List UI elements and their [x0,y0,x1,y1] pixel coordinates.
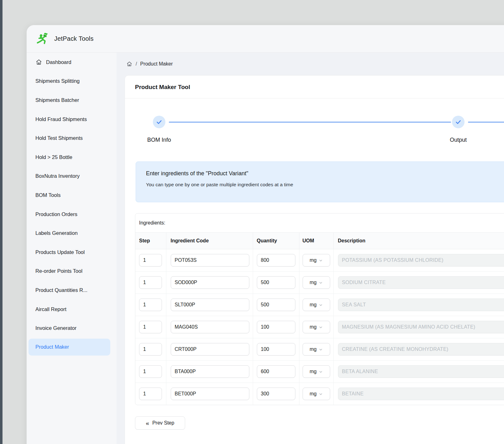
sidebar-item-boxnutra-inventory[interactable]: BoxNutra Inventory [27,167,117,186]
sidebar-item-hold-fraud-shipments[interactable]: Hold Fraud Shipments [27,110,117,129]
uom-select[interactable]: mg [303,343,330,356]
uom-select[interactable]: mg [303,321,330,333]
sidebar-item-shipments-batcher[interactable]: Shipments Batcher [27,91,117,110]
step-input[interactable] [139,321,162,333]
uom-select[interactable]: mg [303,299,330,311]
card-title-row: Product Maker Tool [125,76,504,98]
step-output-circle[interactable] [452,116,465,128]
uom-value: mg [309,346,316,352]
jetpack-logo-icon [35,32,50,46]
sidebar-item-hold-test-shipments[interactable]: Hold Test Shipments [27,129,117,148]
screen-edge-strip [0,0,3,444]
breadcrumb-separator: / [136,61,137,67]
quantity-input[interactable] [257,254,295,267]
uom-value: mg [309,324,316,330]
step-input[interactable] [139,299,162,311]
breadcrumb: / Product Maker [126,60,504,68]
description-input [338,254,504,267]
sidebar-item-label: Product Maker [35,344,69,350]
ingredient-code-input[interactable] [171,388,249,400]
ingredients-label: Ingredients: [135,214,504,232]
uom-select[interactable]: mg [303,388,330,400]
stepper-connector-line [169,122,451,123]
ingredient-code-input[interactable] [171,254,249,267]
description-input [338,276,504,289]
quantity-input[interactable] [257,343,295,356]
info-banner-title: Enter ingredients of the "Product Varian… [146,170,504,177]
chevron-down-icon [319,281,323,285]
screenshot-stage: JetPack Tools Dashboard [0,0,504,444]
sidebar-item-aircall-report[interactable]: Aircall Report [27,300,117,319]
info-banner: Enter ingredients of the "Product Varian… [136,161,504,202]
step-input[interactable] [139,365,162,378]
column-header-uom: UOM [299,233,333,249]
description-input [338,299,504,311]
breadcrumb-current: Product Maker [140,61,173,67]
uom-select[interactable]: mg [303,365,330,378]
app-title: JetPack Tools [54,35,94,42]
sidebar-item-label: Shipments Splitting [35,78,80,84]
sidebar-item-label: BOM Tools [35,192,60,198]
sidebar-item-bom-tools[interactable]: BOM Tools [27,186,117,205]
quantity-input[interactable] [257,388,295,400]
uom-select[interactable]: mg [303,276,330,289]
sidebar-item-hold-25-bottle[interactable]: Hold > 25 Bottle [27,148,117,167]
sidebar-item-label: Labels Generation [35,230,78,236]
uom-value: mg [309,391,316,397]
sidebar-item-production-orders[interactable]: Production Orders [27,205,117,224]
quantity-input[interactable] [257,365,295,378]
step-input[interactable] [139,254,162,267]
breadcrumb-home-icon[interactable] [126,61,132,67]
ingredient-code-input[interactable] [171,299,249,311]
chevron-down-icon [319,392,323,396]
sidebar-item-product-maker[interactable]: Product Maker [29,339,110,356]
sidebar-item-label: Aircall Report [35,306,66,312]
sidebar-item-label: Re-order Points Tool [35,268,82,274]
column-header-quantity: Quantity [253,233,299,249]
sidebar-item-invoice-generator[interactable]: Invoice Generator [27,319,117,338]
prev-step-button[interactable]: « Prev Step [135,416,185,430]
sidebar-item-label: BoxNutra Inventory [35,173,80,179]
sidebar-nav: Dashboard Shipments Splitting [27,53,117,444]
description-input [338,388,504,400]
table-row: mg [135,361,504,383]
sidebar-item-label: Hold Fraud Shipments [35,116,87,122]
sidebar-item-products-update-tool[interactable]: Products Update Tool [27,243,117,262]
uom-select[interactable]: mg [303,254,330,267]
sidebar-item-labels-generation[interactable]: Labels Generation [27,224,117,243]
ingredients-section: Ingredients: StepIngredient CodeQuantity… [135,213,504,405]
step-input[interactable] [139,276,162,289]
check-icon [156,119,163,125]
product-maker-card: Product Maker Tool [125,75,504,444]
stepper: BOM Info Output [125,105,504,149]
chevron-down-icon [319,303,323,307]
prev-step-label: Prev Step [152,420,174,426]
step-input[interactable] [139,343,162,356]
ingredient-code-input[interactable] [171,343,249,356]
description-input [338,343,504,356]
column-header-step: Step [135,233,166,249]
sidebar-item-label: Hold Test Shipments [35,135,83,141]
ingredient-code-input[interactable] [171,276,249,289]
step-label-output: Output [450,137,467,143]
step-label-bom-info: BOM Info [147,137,171,143]
sidebar-item-dashboard[interactable]: Dashboard [27,53,117,72]
chevron-down-icon [319,258,323,263]
ingredient-code-input[interactable] [171,321,249,333]
sidebar-item-re-order-points-tool[interactable]: Re-order Points Tool [27,262,117,281]
sidebar-item-label: Shipments Batcher [35,97,79,103]
sidebar-item-product-quantities-r[interactable]: Product Quantities R... [27,281,117,300]
chevron-down-icon [319,370,323,374]
quantity-input[interactable] [257,276,295,289]
ingredient-code-input[interactable] [171,365,249,378]
uom-value: mg [309,302,316,308]
step-input[interactable] [139,388,162,400]
quantity-input[interactable] [257,321,295,333]
sidebar-item-shipments-splitting[interactable]: Shipments Splitting [27,72,117,91]
quantity-input[interactable] [257,299,295,311]
info-banner-subtitle: You can type one by one or paste multipl… [146,182,504,188]
app-header: JetPack Tools [27,25,504,53]
stepper-connector-line-2 [468,122,504,123]
step-bom-info-circle[interactable] [153,116,165,128]
home-icon [35,59,42,66]
